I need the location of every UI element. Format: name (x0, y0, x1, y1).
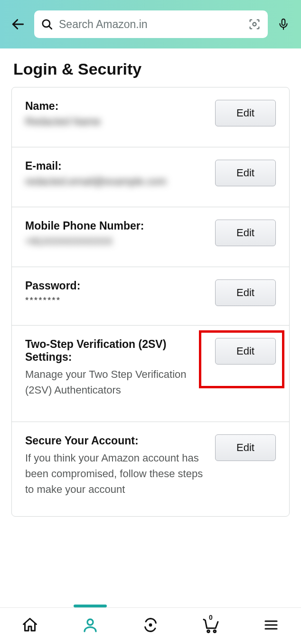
page-title: Login & Security (0, 48, 301, 87)
cart-count-badge: 0 (209, 614, 213, 621)
svg-rect-4 (282, 19, 285, 25)
setting-label: Two-Step Verification (2SV) Settings: (25, 338, 206, 364)
refresh-icon (142, 617, 159, 633)
setting-value: +91XXXXXXXXXX (25, 235, 206, 248)
setting-value: ******** (25, 295, 206, 306)
setting-label: E-mail: (25, 160, 206, 173)
edit-password-button[interactable]: Edit (215, 279, 276, 306)
setting-row-password: Password: ******** Edit (12, 267, 289, 326)
back-arrow-icon (10, 17, 26, 32)
svg-point-7 (150, 624, 151, 626)
nav-menu[interactable] (261, 615, 282, 635)
setting-row-name: Name: Redacted Name Edit (12, 87, 289, 147)
active-tab-indicator (74, 605, 107, 607)
setting-value: Redacted Name (25, 115, 206, 128)
search-icon (41, 18, 53, 30)
camera-scan-icon[interactable] (248, 18, 261, 31)
setting-label: Password: (25, 279, 206, 292)
nav-account[interactable] (80, 615, 101, 635)
edit-secure-account-button[interactable]: Edit (215, 434, 276, 461)
voice-search-button[interactable] (275, 16, 292, 32)
microphone-icon (277, 17, 290, 31)
setting-row-2sv: Two-Step Verification (2SV) Settings: Ma… (12, 326, 289, 422)
svg-point-3 (253, 23, 256, 26)
user-icon (82, 616, 99, 634)
hamburger-icon (263, 617, 279, 633)
edit-email-button[interactable]: Edit (215, 160, 276, 186)
top-header (0, 0, 301, 48)
setting-label: Secure Your Account: (25, 434, 206, 447)
nav-cart[interactable]: 0 (200, 615, 221, 635)
nav-home[interactable] (19, 615, 40, 635)
content-scroll: Login & Security Name: Redacted Name Edi… (0, 48, 301, 602)
svg-line-2 (49, 26, 52, 29)
nav-refresh[interactable] (140, 615, 161, 635)
setting-description: If you think your Amazon account has bee… (25, 450, 206, 497)
edit-2sv-button[interactable]: Edit (215, 338, 276, 365)
setting-description: Manage your Two Step Verification (2SV) … (25, 366, 206, 398)
back-button[interactable] (9, 16, 27, 33)
setting-row-secure-account: Secure Your Account: If you think your A… (12, 422, 289, 516)
edit-name-button[interactable]: Edit (215, 100, 276, 126)
search-input[interactable] (59, 18, 242, 31)
settings-list: Name: Redacted Name Edit E-mail: redacte… (11, 87, 290, 517)
svg-point-6 (87, 619, 93, 625)
search-bar[interactable] (34, 10, 268, 38)
setting-value: redacted.email@example.com (25, 175, 206, 188)
svg-point-8 (207, 630, 209, 633)
setting-row-email: E-mail: redacted.email@example.com Edit (12, 147, 289, 207)
setting-label: Name: (25, 100, 206, 113)
setting-label: Mobile Phone Number: (25, 220, 206, 232)
home-icon (21, 616, 38, 634)
setting-row-phone: Mobile Phone Number: +91XXXXXXXXXX Edit (12, 207, 289, 267)
bottom-navigation: 0 (0, 607, 301, 644)
svg-point-9 (214, 630, 216, 633)
edit-phone-button[interactable]: Edit (215, 220, 276, 246)
